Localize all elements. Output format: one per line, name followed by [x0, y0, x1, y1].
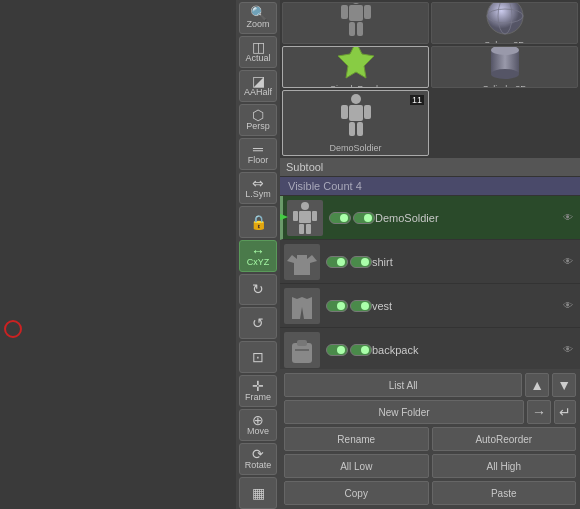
subtool-controls-shirt	[326, 256, 372, 268]
zoom-icon: 🔍	[250, 6, 267, 20]
thumb-label-cylinder: Cylinder3D	[480, 82, 529, 88]
svg-point-13	[351, 94, 361, 104]
svg-point-6	[487, 2, 523, 34]
right-panel: DemoSoldier Sphere3D	[280, 0, 580, 509]
toggle-vest[interactable]	[326, 300, 348, 312]
thumb-label-demo1: DemoSoldier	[327, 41, 383, 44]
rotate-cw-icon: ↻	[252, 282, 264, 296]
subtool-item-shirt[interactable]: shirt 👁	[280, 240, 580, 284]
eye-button-shirt[interactable]: 👁	[560, 254, 576, 270]
thumb-icon-sphere	[480, 2, 530, 38]
btn-row-4: All Low All High	[284, 454, 576, 478]
svg-rect-30	[297, 340, 307, 346]
left-panel: 🔍 Zoom ◫ Actual ◪ AAHalf ⬡ Persp ═ Floor…	[0, 0, 280, 509]
btn-row-2: New Folder → ↵	[284, 400, 576, 424]
down-arrow-button[interactable]: ▼	[552, 373, 576, 397]
thumb-label-brush: SimpleBrush	[328, 82, 383, 88]
copy-button[interactable]: Copy	[284, 481, 429, 505]
aahalf-icon: ◪	[252, 74, 265, 88]
actual-icon: ◫	[252, 40, 265, 54]
thumb-cylinder3d[interactable]: Cylinder3D	[431, 46, 578, 88]
svg-rect-18	[357, 122, 363, 136]
svg-point-12	[491, 69, 519, 79]
new-folder-button[interactable]: New Folder	[284, 400, 524, 424]
btn-row-1: List All ▲ ▼	[284, 373, 576, 397]
frame-icon: ⊡	[252, 350, 264, 364]
eye-button-vest[interactable]: 👁	[560, 298, 576, 314]
toggle-demo-soldier[interactable]	[329, 212, 351, 224]
btn-row-5: Copy Paste	[284, 481, 576, 505]
all-low-button[interactable]: All Low	[284, 454, 429, 478]
toolbar: 🔍 Zoom ◫ Actual ◪ AAHalf ⬡ Persp ═ Floor…	[236, 0, 280, 509]
thumb-demo-soldier-1[interactable]: DemoSoldier	[282, 2, 429, 44]
auto-reorder-button[interactable]: AutoReorder	[432, 427, 577, 451]
actual-button[interactable]: ◫ Actual	[239, 36, 277, 68]
floor-button[interactable]: ═ Floor	[239, 138, 277, 170]
move-button[interactable]: ✛ Frame	[239, 375, 277, 407]
toggle-backpack-2[interactable]	[350, 344, 372, 356]
subtool-controls-demo	[329, 212, 375, 224]
floor-icon: ═	[253, 142, 263, 156]
eye-button-backpack[interactable]: 👁	[560, 342, 576, 358]
into-arrow-button[interactable]: ↵	[554, 400, 576, 424]
xyz-icon: ↔	[251, 244, 265, 258]
ipo-fill-icon: ▦	[252, 486, 265, 500]
thumb-sphere3d[interactable]: Sphere3D	[431, 2, 578, 44]
svg-rect-14	[349, 105, 363, 121]
subtool-thumb-shirt	[284, 244, 320, 280]
subtool-item-backpack[interactable]: backpack 👁	[280, 328, 580, 369]
red-circle-indicator	[4, 320, 22, 338]
bottom-buttons: List All ▲ ▼ New Folder → ↵ Rename AutoR…	[280, 369, 580, 509]
rotate-button[interactable]: ⟳ Rotate	[239, 443, 277, 475]
toggle-vest-2[interactable]	[350, 300, 372, 312]
visible-count: Visible Count 4	[280, 177, 580, 196]
ipo-fill-button[interactable]: ▦	[239, 477, 277, 509]
thumb-count: 11	[410, 95, 424, 105]
thumb-icon-cylinder	[480, 46, 530, 82]
svg-marker-9	[338, 46, 374, 78]
toggle-shirt[interactable]	[326, 256, 348, 268]
lsym-button[interactable]: ⇔ L.Sym	[239, 172, 277, 204]
svg-rect-2	[341, 5, 348, 19]
toggle-shirt-2[interactable]	[350, 256, 372, 268]
subtool-name-shirt: shirt	[372, 256, 560, 268]
thumb-label-sphere: Sphere3D	[482, 38, 527, 44]
move-icon: ✛	[252, 379, 264, 393]
persp-icon: ⬡	[252, 108, 264, 122]
all-high-button[interactable]: All High	[432, 454, 577, 478]
eye-button-demo[interactable]: 👁	[560, 210, 576, 226]
subtool-name-vest: vest	[372, 300, 560, 312]
frame-button[interactable]: ⊡	[239, 341, 277, 373]
svg-rect-23	[293, 211, 298, 221]
forward-arrow-button[interactable]: →	[527, 400, 551, 424]
svg-rect-25	[299, 224, 304, 234]
aahalf-button[interactable]: ◪ AAHalf	[239, 70, 277, 102]
toggle-demo-soldier-2[interactable]	[353, 212, 375, 224]
xyz-button[interactable]: ↔ CxYZ	[239, 240, 277, 272]
svg-marker-28	[292, 297, 312, 319]
list-all-button[interactable]: List All	[284, 373, 522, 397]
svg-rect-4	[349, 22, 355, 36]
lock-button[interactable]: 🔒	[239, 206, 277, 238]
thumb-label-demo2: DemoSoldier	[327, 141, 383, 155]
rotate-ccw-button[interactable]: ↺	[239, 307, 277, 339]
paste-button[interactable]: Paste	[432, 481, 577, 505]
toggle-backpack[interactable]	[326, 344, 348, 356]
svg-point-0	[351, 2, 361, 4]
subtool-item-vest[interactable]: vest 👁	[280, 284, 580, 328]
up-arrow-button[interactable]: ▲	[525, 373, 549, 397]
subtool-thumb-demo-soldier	[287, 200, 323, 236]
svg-rect-1	[349, 5, 363, 21]
svg-rect-16	[364, 105, 371, 119]
svg-point-21	[301, 202, 309, 210]
zoom-button[interactable]: 🔍 Zoom	[239, 2, 277, 34]
zoom3d-button[interactable]: ⊕ Move	[239, 409, 277, 441]
rotate-cw-button[interactable]: ↻	[239, 274, 277, 306]
subtool-list: DemoSoldier 👁 shirt 👁	[280, 196, 580, 369]
svg-rect-31	[295, 349, 309, 351]
persp-button[interactable]: ⬡ Persp	[239, 104, 277, 136]
thumb-demo-soldier-2[interactable]: 11 DemoSoldier	[282, 90, 429, 156]
thumb-simple-brush[interactable]: SimpleBrush	[282, 46, 429, 88]
subtool-item-demo-soldier[interactable]: DemoSoldier 👁	[280, 196, 580, 240]
rename-button[interactable]: Rename	[284, 427, 429, 451]
